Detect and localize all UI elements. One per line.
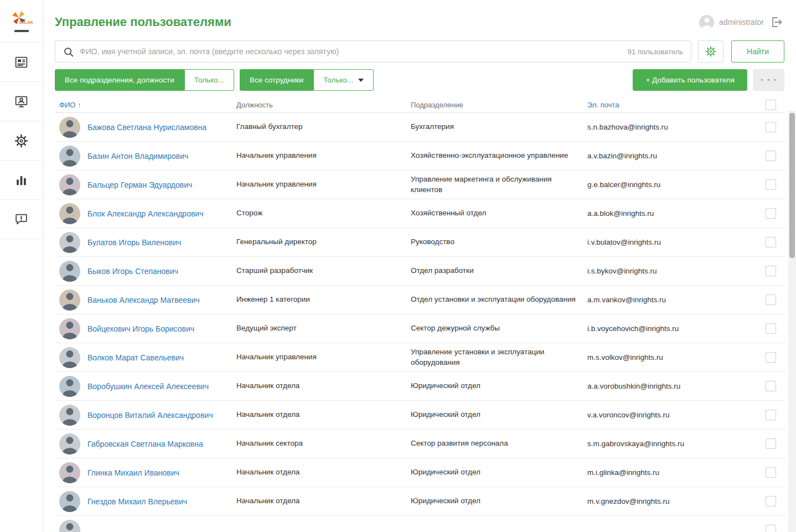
- table-body: Бажова Светлана Нурисламовна Главный бух…: [55, 113, 784, 532]
- user-name-link[interactable]: Блок Александр Александрович: [87, 209, 203, 218]
- user-department-cell: Отдел разработки: [411, 266, 587, 276]
- row-checkbox[interactable]: [766, 381, 776, 391]
- user-name-link[interactable]: Глинка Михаил Иванович: [87, 468, 179, 477]
- filter-only-departments-button[interactable]: Только...: [184, 69, 234, 91]
- user-avatar-photo: [59, 261, 80, 282]
- news-icon: [14, 55, 29, 70]
- column-header-name[interactable]: ФИО↑: [59, 101, 236, 109]
- user-email-cell: a.v.bazin@inrights.ru: [587, 152, 766, 160]
- user-position-cell: Начальник управления: [236, 151, 411, 161]
- more-actions-button[interactable]: • • •: [753, 69, 784, 91]
- sidebar-item-reports[interactable]: [0, 161, 43, 200]
- user-name-link[interactable]: Габровская Светлана Марковна: [87, 440, 203, 448]
- row-checkbox[interactable]: [766, 467, 776, 478]
- user-avatar-photo: [59, 232, 80, 253]
- departments-filter-group: Все подразделения, должности Только...: [55, 69, 234, 91]
- add-user-button[interactable]: + Добавить пользователя: [633, 69, 747, 91]
- sidebar-item-feedback[interactable]: [0, 200, 43, 239]
- table-row: [55, 516, 784, 532]
- logout-button[interactable]: [769, 14, 784, 30]
- user-name-link[interactable]: Бальцер Герман Эдуардович: [87, 180, 192, 189]
- user-name-link[interactable]: Быков Игорь Степанович: [87, 267, 178, 276]
- user-name-cell: Бальцер Герман Эдуардович: [59, 174, 236, 195]
- table-row: Воронцов Виталий Александрович Начальник…: [55, 401, 784, 430]
- find-button[interactable]: Найти: [731, 40, 784, 63]
- filter-all-employees-button[interactable]: Все сотрудники: [240, 69, 313, 91]
- user-position-cell: Старший разработчик: [236, 266, 411, 276]
- user-department-cell: Управление маркетинга и обслуживания кли…: [411, 174, 587, 194]
- row-checkbox[interactable]: [766, 151, 776, 161]
- user-email-cell: m.s.volkov@inrights.ru: [587, 353, 766, 361]
- user-email-cell: s.n.bazhova@inrights.ru: [587, 123, 766, 131]
- column-header-department[interactable]: Подразделение: [411, 101, 587, 109]
- table-row: Гнездов Михаил Влерьевич Начальник отдел…: [55, 487, 784, 516]
- user-avatar-photo: [59, 290, 80, 311]
- user-name-link[interactable]: Воронцов Виталий Александрович: [87, 411, 213, 420]
- user-avatar-photo: [59, 491, 80, 512]
- user-position-cell: Начальник отдела: [236, 467, 411, 477]
- select-all-checkbox[interactable]: [766, 100, 776, 110]
- app-logo: SOLAR: [0, 0, 43, 42]
- row-checkbox[interactable]: [766, 208, 776, 219]
- user-name-cell: Бажова Светлана Нурисламовна: [59, 117, 236, 138]
- user-name-cell: Волков Марат Савельевич: [59, 347, 236, 368]
- vertical-scrollbar-track[interactable]: [788, 111, 796, 532]
- row-checkbox[interactable]: [766, 352, 776, 363]
- user-name-link[interactable]: Булатов Игорь Виленович: [87, 238, 181, 247]
- row-checkbox[interactable]: [766, 525, 776, 532]
- user-position-cell: Начальник отдела: [236, 410, 411, 420]
- user-name-link[interactable]: Волков Марат Савельевич: [87, 353, 184, 362]
- user-position-cell: Генеральный директор: [236, 237, 411, 247]
- sidebar-item-news[interactable]: [0, 43, 43, 82]
- vertical-scrollbar-thumb[interactable]: [789, 113, 795, 258]
- user-department-cell: Юридический отдел: [411, 496, 587, 506]
- row-checkbox[interactable]: [766, 179, 776, 190]
- user-name-cell: Глинка Михаил Иванович: [59, 462, 236, 483]
- sidebar-item-users[interactable]: [0, 82, 43, 121]
- user-name-link[interactable]: Войцехович Игорь Борисович: [87, 324, 194, 333]
- user-name-cell: Булатов Игорь Виленович: [59, 232, 236, 253]
- users-table: ФИО↑ Должность Подразделение Эл. почта Б…: [55, 97, 784, 532]
- row-checkbox[interactable]: [766, 237, 776, 247]
- user-name-link[interactable]: Базин Антон Владимирович: [87, 152, 188, 161]
- sidebar-item-settings[interactable]: [0, 121, 43, 161]
- table-row: Бажова Светлана Нурисламовна Главный бух…: [55, 113, 784, 142]
- main-content: Управление пользователями administrator …: [44, 0, 796, 532]
- logout-icon: [770, 16, 783, 29]
- table-row: Габровская Светлана Марковна Начальник с…: [55, 430, 784, 458]
- table-header: ФИО↑ Должность Подразделение Эл. почта: [55, 97, 784, 113]
- user-avatar-photo: [59, 433, 80, 454]
- search-input[interactable]: [80, 47, 622, 56]
- search-settings-button[interactable]: [698, 40, 723, 63]
- table-row: Воробушкин Алексей Алексеевич Начальник …: [55, 372, 784, 401]
- user-name-link[interactable]: Воробушкин Алексей Алексеевич: [87, 382, 209, 391]
- user-position-cell: Инженер 1 категории: [236, 295, 411, 304]
- user-avatar-photo: [59, 146, 80, 167]
- row-checkbox[interactable]: [766, 323, 776, 334]
- table-row: Войцехович Игорь Борисович Ведущий экспе…: [55, 314, 784, 343]
- row-checkbox[interactable]: [766, 410, 776, 420]
- row-checkbox[interactable]: [766, 122, 776, 132]
- user-department-cell: Юридический отдел: [411, 381, 587, 391]
- user-department-cell: Хозяйственный отдел: [411, 208, 587, 218]
- column-header-position[interactable]: Должность: [236, 101, 411, 109]
- column-header-email[interactable]: Эл. почта: [587, 101, 766, 109]
- user-department-cell: Сектор дежурной службы: [411, 323, 587, 333]
- row-checkbox[interactable]: [766, 496, 776, 507]
- user-department-cell: Бухгалтерия: [411, 122, 587, 132]
- filter-all-departments-button[interactable]: Все подразделения, должности: [55, 69, 184, 91]
- user-name-cell: Ваньков Александр Матвеевич: [59, 290, 236, 311]
- user-email-cell: i.b.voycehovich@inrights.ru: [587, 324, 766, 333]
- user-name-link[interactable]: Гнездов Михаил Влерьевич: [87, 497, 187, 506]
- row-checkbox[interactable]: [766, 295, 776, 305]
- row-checkbox[interactable]: [766, 438, 776, 449]
- table-row: Блок Александр Александрович Сторож Хозя…: [55, 199, 784, 228]
- user-email-cell: g.e.balcer@inrights.ru: [587, 180, 766, 189]
- user-avatar-photo: [59, 203, 80, 224]
- row-checkbox[interactable]: [766, 266, 776, 276]
- user-name-link[interactable]: Ваньков Александр Матвеевич: [87, 296, 200, 304]
- feedback-icon: [14, 212, 29, 227]
- filter-only-employees-button[interactable]: Только...: [313, 69, 374, 91]
- user-avatar-photo: [59, 117, 80, 138]
- user-name-link[interactable]: Бажова Светлана Нурисламовна: [87, 123, 206, 132]
